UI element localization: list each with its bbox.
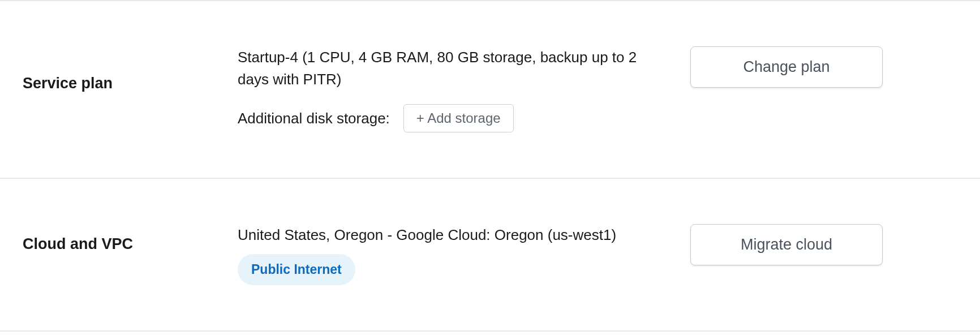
service-plan-action: Change plan [679,46,883,88]
cloud-vpc-row: Cloud and VPC United States, Oregon - Go… [0,178,980,332]
migrate-cloud-button[interactable]: Migrate cloud [690,224,883,265]
service-plan-label: Service plan [23,46,238,92]
add-storage-button[interactable]: + Add storage [403,104,514,132]
additional-storage-row: Additional disk storage: + Add storage [238,104,668,132]
service-plan-value: Startup-4 (1 CPU, 4 GB RAM, 80 GB storag… [238,46,679,132]
service-plan-row: Service plan Startup-4 (1 CPU, 4 GB RAM,… [0,0,980,178]
additional-storage-label: Additional disk storage: [238,108,390,130]
cloud-location: United States, Oregon - Google Cloud: Or… [238,224,668,246]
change-plan-button[interactable]: Change plan [690,46,883,88]
cloud-vpc-label: Cloud and VPC [23,224,238,253]
network-badge: Public Internet [238,254,355,285]
cloud-vpc-value: United States, Oregon - Google Cloud: Or… [238,224,679,285]
service-plan-description: Startup-4 (1 CPU, 4 GB RAM, 80 GB storag… [238,46,668,91]
cloud-vpc-action: Migrate cloud [679,224,883,265]
